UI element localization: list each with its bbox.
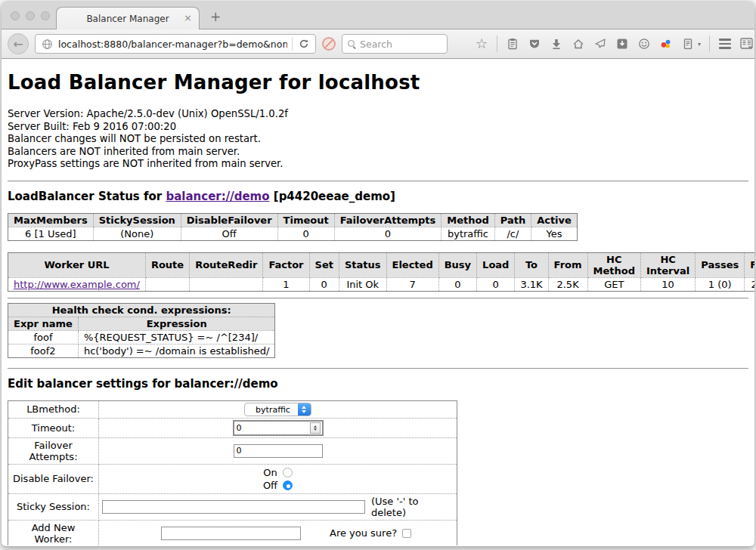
cell-method: bytraffic xyxy=(442,227,494,240)
navigation-toolbar: ← localhost:8880/balancer-manager?b=demo… xyxy=(2,29,754,59)
cell-hc-method: GET xyxy=(587,277,640,291)
col-fails: Fails xyxy=(745,252,754,277)
table-header-row: MaxMembers StickySession DisableFailover… xyxy=(8,213,578,227)
add-new-worker-input[interactable] xyxy=(161,527,301,540)
cell-passes: 1 (0) xyxy=(696,277,745,291)
disable-failover-on-radio[interactable] xyxy=(283,468,293,477)
page-title: Load Balancer Manager for localhost xyxy=(8,71,748,94)
panel-grid-icon[interactable] xyxy=(740,37,754,51)
cell-stickysession: (None) xyxy=(93,227,181,240)
col-hc-interval: HC Interval xyxy=(640,252,695,277)
table-row: foof %{REQUEST_STATUS} =~ /^[234]/ xyxy=(8,330,275,344)
loadbalancer-status-heading: LoadBalancer Status for balancer://demo … xyxy=(8,190,748,203)
toolbar-icons: ☆ xyxy=(457,36,748,52)
notice-line: ProxyPass settings are NOT inherited fro… xyxy=(8,158,748,171)
number-stepper-icon[interactable] xyxy=(310,422,321,434)
cell-failoverattempts: 0 xyxy=(334,227,442,240)
col-disablefailover: DisableFailover xyxy=(181,213,277,227)
balancer-demo-link[interactable]: balancer://demo xyxy=(166,190,269,203)
col-busy: Busy xyxy=(438,252,476,277)
table-header-row: Worker URL Route RouteRedir Factor Set S… xyxy=(8,252,755,277)
toolbar-separator xyxy=(709,36,710,52)
url-bar[interactable]: localhost:8880/balancer-manager?b=demo&n… xyxy=(35,34,316,54)
status-heading-prefix: LoadBalancer Status for xyxy=(8,190,162,203)
table-row: foof2 hc('body') =~ /domain is establish… xyxy=(8,344,275,357)
menu-icon[interactable] xyxy=(718,37,732,51)
lbmethod-label: LBmethod: xyxy=(8,400,99,418)
add-new-worker-label: Add New Worker: xyxy=(8,520,99,545)
minimize-window-button[interactable] xyxy=(26,11,35,20)
content-blocker-icon[interactable] xyxy=(322,37,336,51)
select-stepper-icon xyxy=(298,403,311,416)
sticky-session-label: Sticky Session: xyxy=(8,493,99,520)
health-check-table: Health check cond. expressions: Expr nam… xyxy=(8,303,275,358)
tab-balancer-manager[interactable]: Balancer Manager × xyxy=(56,7,200,29)
col-elected: Elected xyxy=(386,252,438,277)
url-text[interactable]: localhost:8880/balancer-manager?b=demo&n… xyxy=(58,39,287,50)
balancer-status-table: MaxMembers StickySession DisableFailover… xyxy=(8,213,578,241)
col-timeout: Timeout xyxy=(277,213,334,227)
timeout-input[interactable] xyxy=(234,423,310,433)
search-input[interactable] xyxy=(360,39,435,50)
disable-failover-off-radio[interactable] xyxy=(283,480,293,490)
worker-url-link[interactable]: http://www.example.com/ xyxy=(14,279,140,290)
downloads-icon[interactable] xyxy=(550,37,563,51)
section-divider xyxy=(8,298,748,299)
failover-attempts-input[interactable] xyxy=(234,444,323,458)
home-icon[interactable] xyxy=(572,37,585,51)
form-row-lbmethod: LBmethod: bytraffic xyxy=(8,400,457,418)
col-method: Method xyxy=(442,213,494,227)
back-button[interactable]: ← xyxy=(8,33,29,54)
chevron-down-icon[interactable]: ▾ xyxy=(698,41,701,48)
are-you-sure-label: Are you sure? xyxy=(330,527,397,539)
form-row-disable-failover: Disable Failover: On Off xyxy=(8,464,457,493)
globe-icon xyxy=(40,37,54,51)
col-passes: Passes xyxy=(696,252,745,277)
reload-icon[interactable] xyxy=(297,37,311,51)
col-worker-url: Worker URL xyxy=(8,252,146,277)
new-tab-button[interactable]: + xyxy=(210,9,221,24)
colored-dots-extension-icon[interactable] xyxy=(659,37,673,51)
section-divider xyxy=(8,181,748,182)
form-row-failover-attempts: Failover Attempts: xyxy=(8,437,457,464)
cell-route xyxy=(145,277,189,291)
timeout-label: Timeout: xyxy=(8,418,99,437)
status-heading-suffix: [p4420eeae_demo] xyxy=(274,190,395,203)
tab-bar: Balancer Manager × + xyxy=(2,2,754,29)
close-window-button[interactable] xyxy=(11,11,20,20)
cell-busy: 0 xyxy=(438,277,476,291)
cell-to: 3.1K xyxy=(515,277,548,291)
col-maxmembers: MaxMembers xyxy=(8,213,94,227)
col-path: Path xyxy=(494,213,531,227)
radio-on-label: On xyxy=(263,466,277,479)
cell-load: 0 xyxy=(477,277,515,291)
page-content: Load Balancer Manager for localhost Serv… xyxy=(2,59,754,545)
clipboard-icon[interactable] xyxy=(506,37,519,51)
search-bar[interactable] xyxy=(342,34,448,54)
col-factor: Factor xyxy=(263,252,309,277)
close-tab-icon[interactable]: × xyxy=(184,13,192,23)
zoom-window-button[interactable] xyxy=(41,11,50,20)
table-title-row: Health check cond. expressions: xyxy=(8,303,275,317)
col-set: Set xyxy=(309,252,339,277)
col-load: Load xyxy=(477,252,515,277)
cell-factor: 1 xyxy=(263,277,309,291)
cell-routeredir xyxy=(190,277,263,291)
download-panel-icon[interactable] xyxy=(615,37,629,51)
table-header-row: Expr name Expression xyxy=(8,317,275,330)
sticky-session-note: (Use '-' to delete) xyxy=(371,496,454,518)
send-icon[interactable] xyxy=(593,37,607,51)
feedback-smiley-icon[interactable] xyxy=(637,37,651,51)
pocket-icon[interactable] xyxy=(528,37,541,51)
sticky-session-input[interactable] xyxy=(102,500,365,514)
cell-set: 0 xyxy=(309,277,339,291)
cell-expr-name: foof2 xyxy=(8,344,79,357)
notes-clipboard-icon[interactable] xyxy=(681,37,695,51)
are-you-sure-checkbox[interactable] xyxy=(402,529,411,538)
form-row-timeout: Timeout: xyxy=(8,418,457,437)
edit-balancer-form: LBmethod: bytraffic Timeout: xyxy=(8,400,457,545)
lbmethod-select[interactable]: bytraffic xyxy=(244,403,311,416)
disable-failover-label: Disable Failover: xyxy=(8,464,99,493)
col-failoverattempts: FailoverAttempts xyxy=(334,213,442,227)
bookmark-star-icon[interactable]: ☆ xyxy=(475,37,488,51)
